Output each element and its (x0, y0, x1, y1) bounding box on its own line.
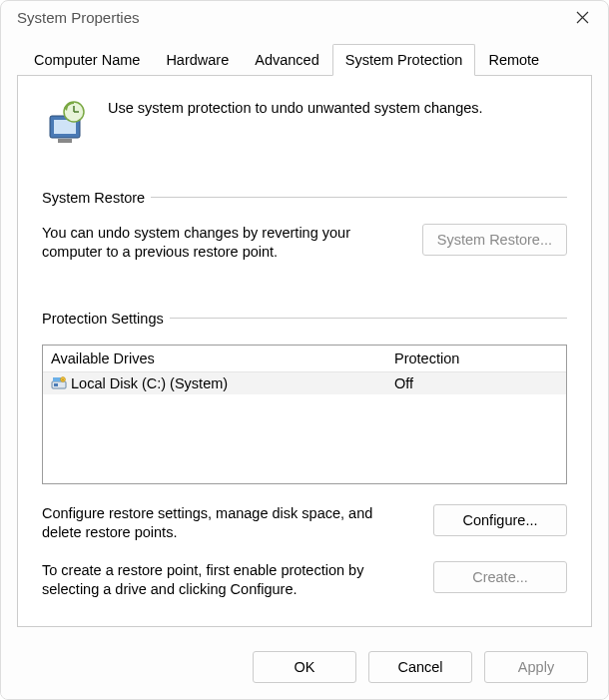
col-protection[interactable]: Protection (386, 346, 566, 371)
intro-row: Use system protection to undo unwanted s… (42, 98, 567, 150)
ok-button[interactable]: OK (253, 651, 356, 683)
svg-rect-2 (58, 139, 72, 143)
tab-system-protection[interactable]: System Protection (332, 44, 476, 76)
drive-icon (51, 376, 67, 390)
col-available-drives[interactable]: Available Drives (43, 346, 386, 371)
drive-row[interactable]: Local Disk (C:) (System) Off (43, 372, 566, 394)
restore-desc: You can undo system changes by reverting… (42, 224, 404, 263)
drive-protection: Off (394, 375, 413, 391)
tab-remote[interactable]: Remote (475, 44, 552, 76)
drives-header: Available Drives Protection (43, 346, 566, 372)
window-title: System Properties (17, 9, 140, 26)
svg-rect-7 (53, 377, 61, 381)
close-icon[interactable] (566, 9, 598, 27)
intro-text: Use system protection to undo unwanted s… (108, 98, 483, 116)
system-properties-window: System Properties Computer Name Hardware… (0, 0, 609, 700)
system-restore-button: System Restore... (422, 224, 567, 256)
dialog-footer: OK Cancel Apply (1, 639, 608, 699)
tab-computer-name[interactable]: Computer Name (21, 44, 153, 76)
drives-list: Available Drives Protection (42, 345, 567, 484)
tab-content: Use system protection to undo unwanted s… (17, 76, 592, 627)
configure-button[interactable]: Configure... (433, 504, 567, 536)
group-protection-settings: Protection Settings Available Drives Pro… (42, 311, 567, 608)
group-title-restore: System Restore (42, 190, 145, 206)
create-desc: To create a restore point, first enable … (42, 561, 415, 600)
tabstrip: Computer Name Hardware Advanced System P… (17, 43, 592, 76)
system-protection-icon (42, 98, 90, 150)
tab-hardware[interactable]: Hardware (153, 44, 242, 76)
dialog-body: Computer Name Hardware Advanced System P… (1, 35, 608, 639)
create-button: Create... (433, 561, 567, 593)
divider (151, 197, 567, 198)
titlebar: System Properties (1, 1, 608, 35)
svg-rect-9 (62, 378, 64, 380)
group-title-settings: Protection Settings (42, 311, 164, 327)
configure-desc: Configure restore settings, manage disk … (42, 504, 415, 543)
drive-name: Local Disk (C:) (System) (71, 375, 228, 391)
cancel-button[interactable]: Cancel (368, 651, 472, 683)
divider (170, 318, 567, 319)
tab-advanced[interactable]: Advanced (242, 44, 332, 76)
group-system-restore: System Restore You can undo system chang… (42, 190, 567, 271)
apply-button: Apply (484, 651, 588, 683)
svg-rect-6 (54, 383, 58, 386)
